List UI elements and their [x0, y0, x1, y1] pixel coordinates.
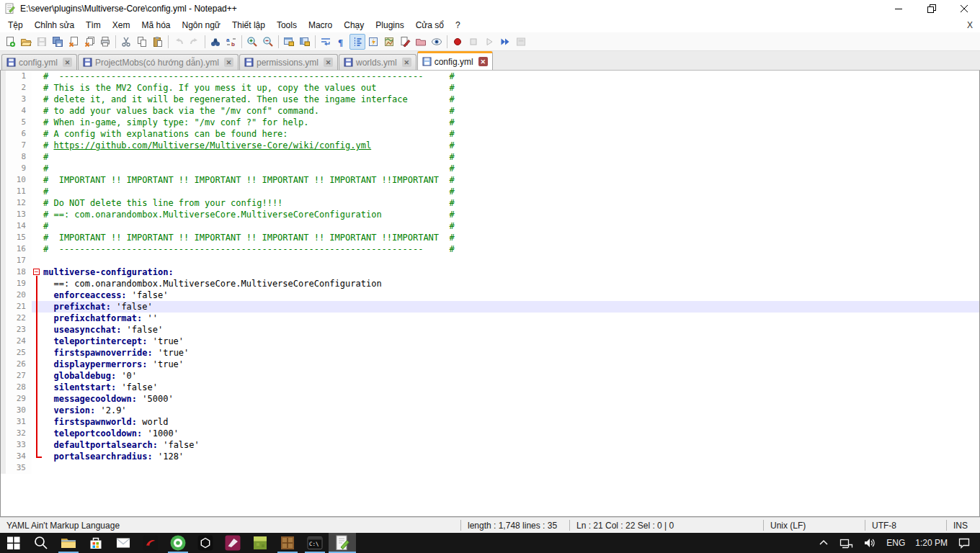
menu-item-t-m[interactable]: Tìm [80, 19, 107, 32]
tab-close-icon[interactable]: ✕ [402, 58, 411, 67]
word-wrap-icon[interactable] [318, 34, 334, 50]
volume-icon[interactable] [858, 533, 881, 553]
tab-config.yml[interactable]: config.yml✕ [417, 51, 493, 70]
code-line-10[interactable]: 10# IMPORTANT !! IMPORTANT !! IMPORTANT … [1, 174, 979, 186]
menu-item-c-a-s-[interactable]: Cửa sổ [410, 19, 450, 32]
menu-close-x[interactable]: X [967, 20, 973, 30]
redo-icon[interactable] [187, 34, 202, 50]
menu-item-tools[interactable]: Tools [271, 19, 303, 32]
code-line-11[interactable]: 11# # [1, 186, 979, 197]
tab-worlds.yml[interactable]: worlds.yml✕ [339, 54, 416, 70]
cut-icon[interactable] [118, 34, 134, 50]
copy-icon[interactable] [134, 34, 150, 50]
taskbar-start-icon[interactable] [0, 533, 27, 553]
taskbar-minecraft-grass-icon[interactable] [246, 533, 274, 553]
indent-guide-icon[interactable] [349, 34, 365, 50]
fold-margin-box[interactable]: − [32, 266, 43, 278]
code-line-35[interactable]: 35 [1, 462, 979, 474]
network-icon[interactable] [834, 533, 858, 553]
menu-item-macro[interactable]: Macro [303, 19, 338, 32]
sync-scroll-v-icon[interactable] [281, 34, 297, 50]
code-line-28[interactable]: 28 silentstart: 'false' [1, 382, 979, 393]
code-line-24[interactable]: 24 teleportintercept: 'true' [1, 336, 979, 347]
code-line-27[interactable]: 27 globaldebug: '0' [1, 370, 979, 382]
close-icon[interactable] [66, 34, 81, 50]
undo-icon[interactable] [171, 34, 187, 50]
tab-permissions.yml[interactable]: permissions.yml✕ [239, 54, 338, 70]
code-line-3[interactable]: 3# delete it, and it will be regenerated… [1, 94, 979, 105]
code-line-17[interactable]: 17 [1, 255, 979, 266]
code-line-4[interactable]: 4# to add your values back via the "/mv … [1, 105, 979, 117]
tray-language[interactable]: ENG [881, 533, 910, 553]
code-line-21[interactable]: 21 prefixchat: 'false' [1, 301, 979, 313]
code-line-9[interactable]: 9# # [1, 163, 979, 174]
taskbar-unity-icon[interactable] [192, 533, 219, 553]
code-line-22[interactable]: 22 prefixchatformat: '' [1, 313, 979, 324]
status-insert-mode[interactable]: INS [947, 518, 980, 533]
code-line-7[interactable]: 7# https://github.com/Multiverse/Multive… [1, 140, 979, 151]
tab-close-icon[interactable]: ✕ [63, 58, 72, 67]
taskbar-notepad-plus-plus-icon[interactable] [329, 533, 356, 553]
tab-close-icon[interactable]: ✕ [324, 58, 333, 67]
print-icon[interactable] [97, 34, 113, 50]
code-line-29[interactable]: 29 messagecooldown: '5000' [1, 393, 979, 405]
code-line-15[interactable]: 15# IMPORTANT !! IMPORTANT !! IMPORTANT … [1, 232, 979, 243]
restore-button[interactable] [915, 0, 948, 17]
sync-scroll-h-icon[interactable] [297, 34, 313, 50]
show-all-chars-icon[interactable]: ¶ [334, 34, 349, 50]
project-panel-icon[interactable] [413, 34, 429, 50]
taskbar-file-explorer-icon[interactable] [55, 533, 82, 553]
taskbar-microsoft-store-icon[interactable] [82, 533, 110, 553]
document-switcher-icon[interactable] [397, 34, 413, 50]
tray-chevron-up-icon[interactable] [813, 533, 834, 553]
menu-item-ng-n-ng-[interactable]: Ngôn ngữ [176, 19, 226, 32]
code-line-8[interactable]: 8# # [1, 151, 979, 163]
code-line-32[interactable]: 32 teleportcooldown: '1000' [1, 428, 979, 439]
code-line-2[interactable]: 2# This is the MV2 Config. If you mess i… [1, 82, 979, 94]
code-line-16[interactable]: 16# ------------------------------------… [1, 243, 979, 255]
minimize-button[interactable] [883, 0, 915, 17]
menu-item-?[interactable]: ? [450, 19, 466, 32]
editor[interactable]: 1# -------------------------------------… [0, 70, 980, 517]
menu-item-t-p[interactable]: Tệp [2, 19, 29, 32]
menu-item-ch-nh-s-a[interactable]: Chỉnh sửa [29, 19, 80, 32]
paste-icon[interactable] [150, 34, 166, 50]
zoom-out-icon[interactable] [260, 34, 276, 50]
taskbar-garena-icon[interactable] [137, 533, 164, 553]
macro-stop-icon[interactable] [466, 34, 481, 50]
menu-item-ch-y[interactable]: Chạy [338, 19, 370, 32]
macro-play-icon[interactable] [481, 34, 497, 50]
menu-item-xem[interactable]: Xem [107, 19, 136, 32]
tray-clock[interactable]: 1:20 PM [910, 533, 953, 553]
code-line-20[interactable]: 20 enforceaccess: 'false' [1, 289, 979, 301]
menu-item-plugins[interactable]: Plugins [370, 19, 409, 32]
macro-save-icon[interactable] [513, 34, 529, 50]
code-line-19[interactable]: 19 ==: com.onarandombox.MultiverseCore.M… [1, 278, 979, 289]
code-line-34[interactable]: 34 portalsearchradius: '128' [1, 451, 979, 462]
code-line-12[interactable]: 12# Do NOT delete this line from your co… [1, 197, 979, 209]
code-line-13[interactable]: 13# ==: com.onarandombox.MultiverseCore.… [1, 209, 979, 220]
code-line-5[interactable]: 5# When in-game, simply type: "/mv conf … [1, 117, 979, 128]
function-list-icon[interactable] [365, 34, 381, 50]
status-encoding[interactable]: UTF-8 [865, 518, 946, 533]
tab-close-icon[interactable]: ✕ [224, 58, 233, 67]
tab-close-icon[interactable]: ✕ [478, 57, 488, 66]
code-line-26[interactable]: 26 displaypermerrors: 'true' [1, 359, 979, 370]
code-line-18[interactable]: 18−multiverse-configuration: [1, 266, 979, 278]
find-icon[interactable] [208, 34, 223, 50]
taskbar-coc-coc-icon[interactable] [164, 533, 192, 553]
code-line-23[interactable]: 23 useasyncchat: 'false' [1, 324, 979, 336]
monitoring-icon[interactable] [429, 34, 445, 50]
code-line-33[interactable]: 33 defaultportalsearch: 'false' [1, 439, 979, 451]
tab-config.yml[interactable]: config.yml✕ [1, 54, 77, 70]
fold-collapse-icon[interactable]: − [33, 269, 40, 275]
open-file-icon[interactable] [18, 34, 34, 50]
document-map-icon[interactable] [381, 34, 397, 50]
close-all-icon[interactable] [81, 34, 97, 50]
code-line-31[interactable]: 31 firstspawnworld: world [1, 416, 979, 428]
replace-icon[interactable]: ab [223, 34, 239, 50]
code-line-1[interactable]: 1# -------------------------------------… [1, 71, 979, 82]
zoom-in-icon[interactable] [244, 34, 260, 50]
macro-record-icon[interactable] [450, 34, 466, 50]
taskbar-mail-icon[interactable] [110, 533, 137, 553]
